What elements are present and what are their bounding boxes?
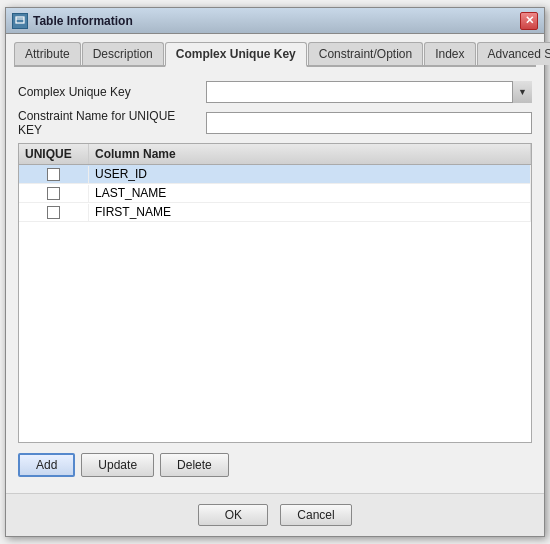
checkbox-1[interactable]: [47, 168, 60, 181]
tab-attribute[interactable]: Attribute: [14, 42, 81, 65]
close-button[interactable]: ✕: [520, 12, 538, 30]
checkbox-3[interactable]: [47, 206, 60, 219]
ok-button[interactable]: OK: [198, 504, 268, 526]
table-header: UNIQUE Column Name: [19, 144, 531, 165]
table-row[interactable]: FIRST_NAME: [19, 203, 531, 222]
checkbox-2[interactable]: [47, 187, 60, 200]
td-column-3: FIRST_NAME: [89, 203, 531, 221]
td-unique-3: [19, 204, 89, 221]
svg-rect-0: [16, 17, 24, 23]
complex-unique-key-select-wrapper: ▼: [206, 81, 532, 103]
td-unique-1: [19, 166, 89, 183]
tab-index[interactable]: Index: [424, 42, 475, 65]
th-unique: UNIQUE: [19, 144, 89, 164]
main-window: Table Information ✕ Attribute Descriptio…: [5, 7, 545, 537]
table-row[interactable]: USER_ID: [19, 165, 531, 184]
window-icon: [12, 13, 28, 29]
footer: OK Cancel: [6, 493, 544, 536]
table-body: USER_ID LAST_NAME FIRST_NAME: [19, 165, 531, 442]
add-button[interactable]: Add: [18, 453, 75, 477]
constraint-name-input[interactable]: [206, 112, 532, 134]
delete-button[interactable]: Delete: [160, 453, 229, 477]
constraint-name-row: Constraint Name for UNIQUE KEY: [18, 109, 532, 137]
complex-unique-key-row: Complex Unique Key ▼: [18, 81, 532, 103]
complex-unique-key-label: Complex Unique Key: [18, 85, 198, 99]
table-row[interactable]: LAST_NAME: [19, 184, 531, 203]
tab-advanced-settings[interactable]: Advanced Settings: [477, 42, 550, 65]
td-column-1: USER_ID: [89, 165, 531, 183]
td-column-2: LAST_NAME: [89, 184, 531, 202]
complex-unique-key-select[interactable]: [206, 81, 532, 103]
panel-complex-unique-key: Complex Unique Key ▼ Constraint Name for…: [14, 73, 536, 485]
title-bar: Table Information ✕: [6, 8, 544, 34]
update-button[interactable]: Update: [81, 453, 154, 477]
action-button-row: Add Update Delete: [18, 449, 532, 481]
tab-complex-unique-key[interactable]: Complex Unique Key: [165, 42, 307, 67]
td-unique-2: [19, 185, 89, 202]
columns-table: UNIQUE Column Name USER_ID LAST_N: [18, 143, 532, 443]
tab-description[interactable]: Description: [82, 42, 164, 65]
constraint-name-label: Constraint Name for UNIQUE KEY: [18, 109, 198, 137]
tab-constraint-option[interactable]: Constraint/Option: [308, 42, 423, 65]
cancel-button[interactable]: Cancel: [280, 504, 351, 526]
window-title: Table Information: [33, 14, 520, 28]
tab-bar: Attribute Description Complex Unique Key…: [14, 42, 536, 67]
th-column-name: Column Name: [89, 144, 531, 164]
content-area: Attribute Description Complex Unique Key…: [6, 34, 544, 493]
